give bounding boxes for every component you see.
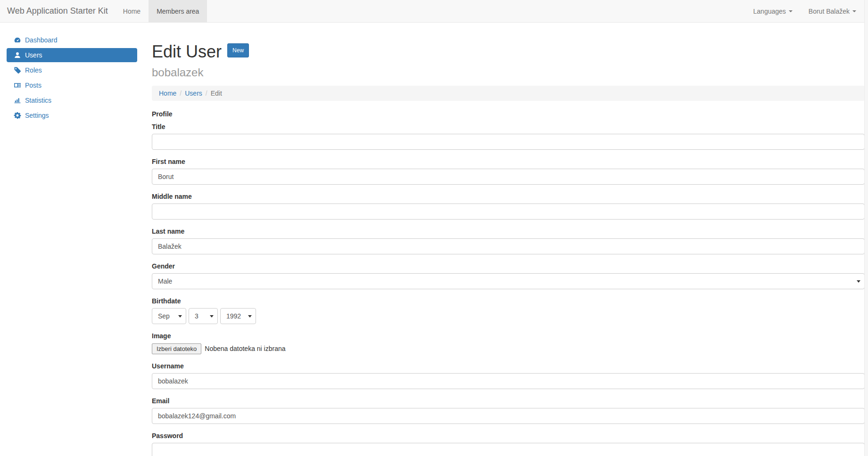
password-input[interactable] — [152, 443, 865, 456]
birthdate-row: Sep 3 1992 — [152, 308, 865, 324]
sidebar-item-label: Statistics — [25, 97, 51, 104]
middle-name-input[interactable] — [152, 204, 865, 220]
sidebar-item-dashboard[interactable]: Dashboard — [7, 33, 137, 47]
birthdate-month-select[interactable]: Sep — [152, 308, 186, 324]
breadcrumb-separator: / — [176, 90, 185, 97]
gender-group: Gender Male — [152, 261, 865, 289]
username-input[interactable] — [152, 373, 865, 389]
page-subtitle: bobalazek — [152, 66, 865, 80]
caret-down-icon — [852, 10, 856, 12]
brand-title[interactable]: Web Application Starter Kit — [0, 0, 115, 22]
sidebar-item-label: Users — [25, 51, 42, 59]
user-icon — [14, 51, 21, 59]
gear-icon — [14, 112, 21, 119]
title-group: Title — [152, 122, 865, 150]
username-group: Username — [152, 361, 865, 389]
email-input[interactable] — [152, 408, 865, 424]
file-status-text: Nobena datoteka ni izbrana — [205, 345, 285, 352]
sidebar-item-settings[interactable]: Settings — [7, 108, 137, 122]
tag-icon — [14, 66, 21, 74]
password-label: Password — [152, 431, 183, 440]
birthdate-year-select[interactable]: 1992 — [220, 308, 256, 324]
birthdate-day-wrap: 3 — [189, 308, 218, 324]
last-name-label: Last name — [152, 227, 184, 236]
page-title: Edit UserNew — [152, 42, 865, 61]
image-group: Image Izberi datoteko Nobena datoteka ni… — [152, 331, 865, 354]
breadcrumb-home[interactable]: Home — [159, 90, 176, 97]
tachometer-icon — [14, 36, 21, 44]
birthdate-day-select[interactable]: 3 — [189, 308, 218, 324]
first-name-input[interactable] — [152, 169, 865, 185]
title-label: Title — [152, 122, 165, 131]
sidebar-item-label: Posts — [25, 81, 41, 89]
sidebar-item-label: Dashboard — [25, 36, 58, 44]
languages-label: Languages — [753, 8, 786, 15]
email-label: Email — [152, 396, 169, 406]
first-name-group: First name — [152, 157, 865, 185]
edit-user-form: Profile Title First name Middle name Las… — [152, 110, 865, 456]
birthdate-year-wrap: 1992 — [220, 308, 256, 324]
password-group: Password — [152, 431, 865, 456]
breadcrumb-separator: / — [202, 90, 211, 97]
birthdate-label: Birthdate — [152, 296, 181, 306]
gender-select-wrap: Male — [152, 273, 865, 289]
middle-name-group: Middle name — [152, 192, 865, 220]
caret-down-icon — [789, 10, 793, 12]
choose-file-button[interactable]: Izberi datoteko — [152, 343, 201, 354]
gender-select[interactable]: Male — [152, 273, 865, 289]
profile-section-label: Profile — [152, 110, 865, 118]
last-name-group: Last name — [152, 227, 865, 254]
first-name-label: First name — [152, 157, 185, 166]
page-title-text: Edit User — [152, 42, 222, 61]
birthdate-group: Birthdate Sep 3 — [152, 296, 865, 324]
image-label: Image — [152, 331, 171, 341]
sidebar-item-statistics[interactable]: Statistics — [7, 93, 137, 107]
main-content: Edit UserNew bobalazek Home / Users / Ed… — [152, 33, 865, 456]
top-navbar: Web Application Starter Kit Home Members… — [0, 0, 868, 23]
title-input[interactable] — [152, 134, 865, 150]
breadcrumb-users[interactable]: Users — [185, 90, 202, 97]
breadcrumb-edit: Edit — [211, 90, 222, 97]
languages-dropdown[interactable]: Languages — [745, 0, 801, 22]
page-layout: Dashboard Users Roles Posts Statistics — [0, 33, 868, 456]
bar-chart-icon — [14, 97, 21, 104]
sidebar-nav: Dashboard Users Roles Posts Statistics — [7, 33, 137, 456]
new-button[interactable]: New — [227, 43, 249, 57]
navbar-tabs: Home Members area — [115, 0, 207, 22]
navbar-right: Languages Borut Balažek — [745, 0, 864, 22]
user-name-label: Borut Balažek — [809, 8, 850, 15]
email-group: Email — [152, 396, 865, 424]
sidebar-item-label: Settings — [25, 112, 49, 119]
sidebar-item-label: Roles — [25, 66, 42, 74]
nav-tab-home[interactable]: Home — [115, 0, 149, 22]
nav-tab-members-area[interactable]: Members area — [149, 0, 207, 22]
middle-name-label: Middle name — [152, 192, 192, 201]
sidebar-item-posts[interactable]: Posts — [7, 78, 137, 92]
last-name-input[interactable] — [152, 238, 865, 254]
username-label: Username — [152, 361, 184, 371]
newspaper-icon — [14, 81, 21, 89]
gender-label: Gender — [152, 261, 175, 271]
birthdate-month-wrap: Sep — [152, 308, 186, 324]
image-file-input: Izberi datoteko Nobena datoteka ni izbra… — [152, 343, 865, 354]
user-dropdown[interactable]: Borut Balažek — [801, 0, 864, 22]
sidebar-item-roles[interactable]: Roles — [7, 63, 137, 77]
sidebar-item-users[interactable]: Users — [7, 48, 137, 62]
breadcrumb: Home / Users / Edit — [152, 86, 865, 101]
vertical-scrollbar[interactable] — [864, 0, 868, 456]
